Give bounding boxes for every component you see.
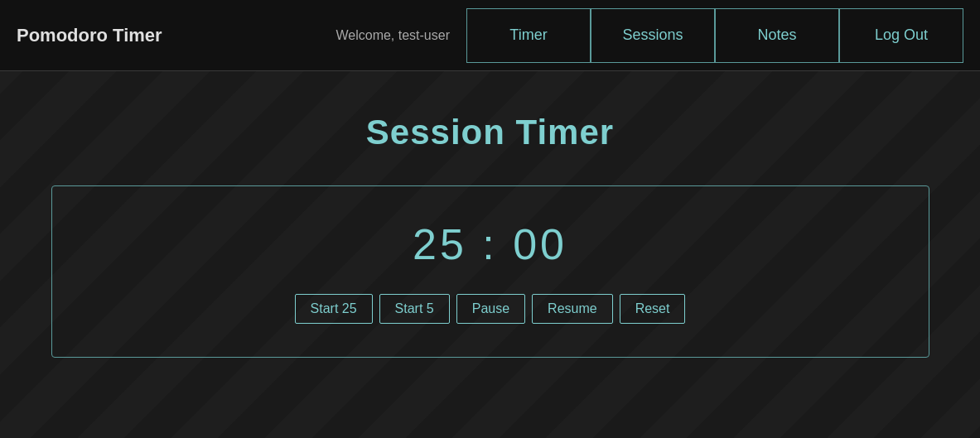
app-title: Pomodoro Timer	[17, 25, 162, 46]
main-content: Session Timer 25 : 00 Start 25 Start 5 P…	[0, 71, 980, 358]
timer-box: 25 : 00 Start 25 Start 5 Pause Resume Re…	[51, 185, 929, 358]
resume-button[interactable]: Resume	[532, 294, 613, 324]
nav-right: Welcome, test-user Timer Sessions Notes …	[336, 8, 963, 63]
start5-button[interactable]: Start 5	[379, 294, 450, 324]
pause-button[interactable]: Pause	[456, 294, 525, 324]
timer-display: 25 : 00	[413, 219, 567, 269]
welcome-text: Welcome, test-user	[336, 28, 450, 43]
navbar: Pomodoro Timer Welcome, test-user Timer …	[0, 0, 980, 71]
timer-nav-button[interactable]: Timer	[466, 8, 591, 63]
logout-nav-button[interactable]: Log Out	[839, 8, 963, 63]
timer-controls: Start 25 Start 5 Pause Resume Reset	[295, 294, 686, 324]
notes-nav-button[interactable]: Notes	[715, 8, 839, 63]
start25-button[interactable]: Start 25	[295, 294, 373, 324]
page-title: Session Timer	[366, 113, 614, 152]
sessions-nav-button[interactable]: Sessions	[591, 8, 715, 63]
reset-button[interactable]: Reset	[620, 294, 686, 324]
